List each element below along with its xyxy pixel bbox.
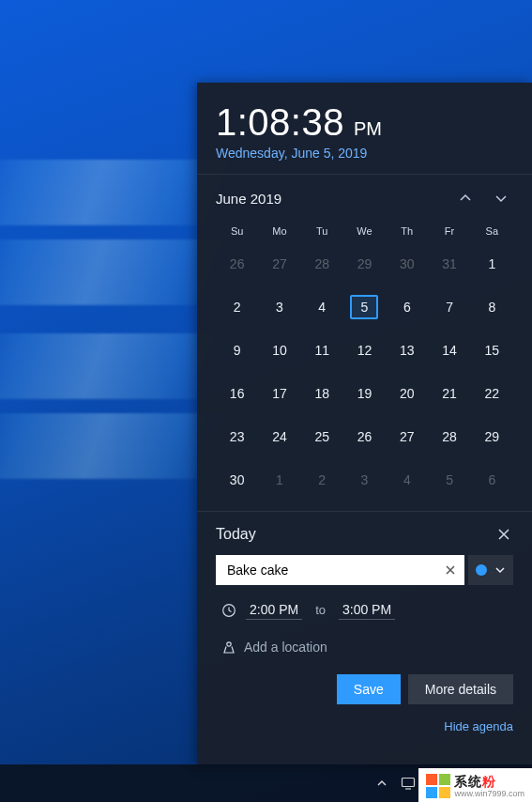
chevron-down-icon	[494, 192, 508, 205]
day-of-week-header: We	[343, 220, 386, 242]
clear-event-name-button[interactable]	[442, 563, 459, 578]
calendar-day[interactable]: 13	[386, 329, 428, 372]
calendar-day[interactable]: 5	[428, 458, 470, 501]
tray-overflow-button[interactable]	[373, 775, 390, 792]
calendar-day[interactable]: 6	[386, 285, 428, 329]
time-to-label: to	[315, 603, 326, 617]
location-icon	[216, 640, 242, 655]
calendar-day[interactable]: 25	[301, 415, 343, 458]
clock-ampm: PM	[354, 118, 382, 140]
save-button[interactable]: Save	[337, 674, 401, 704]
calendar-day[interactable]: 7	[428, 285, 470, 329]
calendar-day[interactable]: 26	[216, 242, 258, 285]
calendar-day[interactable]: 27	[258, 242, 300, 285]
calendar-day[interactable]: 29	[471, 415, 513, 458]
calendar-grid: SuMoTuWeThFrSa26272829303112345678910111…	[216, 220, 513, 501]
calendar-day[interactable]: 4	[301, 285, 343, 329]
calendar-day[interactable]: 4	[386, 458, 428, 501]
watermark: 系统粉 www.win7999.com	[418, 768, 532, 802]
event-name-input[interactable]	[225, 554, 442, 586]
clock-icon	[216, 603, 242, 618]
calendar-day[interactable]: 2	[216, 285, 258, 329]
day-of-week-header: Mo	[258, 220, 300, 242]
start-time-picker[interactable]: 2:00 PM	[246, 600, 302, 620]
next-month-button[interactable]	[489, 186, 513, 210]
event-location-row	[216, 635, 513, 659]
watermark-url: www.win7999.com	[454, 790, 524, 798]
hide-agenda-label: Hide agenda	[444, 719, 513, 733]
calendar-day[interactable]: 30	[386, 242, 428, 285]
calendar-day[interactable]: 28	[301, 242, 343, 285]
day-of-week-header: Sa	[471, 220, 513, 242]
watermark-text: 系统粉	[454, 775, 524, 788]
watermark-logo	[426, 774, 450, 798]
location-input[interactable]	[242, 639, 513, 655]
prev-month-button[interactable]	[453, 186, 478, 210]
calendar-day[interactable]: 14	[428, 329, 470, 372]
calendar-color-picker[interactable]	[468, 555, 513, 585]
calendar-day[interactable]: 20	[386, 372, 428, 415]
calendar-day[interactable]: 12	[343, 329, 386, 372]
hide-agenda-link[interactable]: Hide agenda	[197, 714, 532, 733]
calendar-day[interactable]: 15	[471, 329, 513, 372]
agenda-title: Today	[216, 526, 494, 543]
day-of-week-header: Su	[216, 220, 258, 242]
day-of-week-header: Tu	[301, 220, 343, 242]
calendar-day[interactable]: 2	[301, 458, 343, 501]
event-time-row: 2:00 PM to 3:00 PM	[216, 596, 513, 624]
calendar-day[interactable]: 21	[428, 372, 470, 415]
calendar-day[interactable]: 1	[471, 242, 513, 285]
chevron-down-icon	[494, 564, 506, 576]
close-icon	[498, 529, 509, 540]
calendar-day[interactable]: 16	[216, 372, 258, 415]
chevron-up-icon	[459, 192, 472, 205]
calendar-day[interactable]: 22	[471, 372, 513, 415]
wallpaper-logo-streaks	[0, 160, 188, 479]
calendar-day[interactable]: 11	[301, 329, 343, 372]
svg-rect-2	[403, 779, 415, 787]
calendar-day[interactable]: 27	[386, 415, 428, 458]
event-name-field-wrap	[216, 555, 464, 585]
month-label[interactable]: June 2019	[216, 191, 442, 207]
monitor-icon	[401, 777, 416, 790]
day-of-week-header: Fr	[428, 220, 470, 242]
calendar-day[interactable]: 23	[216, 415, 258, 458]
calendar-day[interactable]: 19	[343, 372, 386, 415]
calendar-day[interactable]: 1	[258, 458, 300, 501]
calendar-day[interactable]: 31	[428, 242, 470, 285]
calendar-day[interactable]: 30	[216, 458, 258, 501]
calendar-day[interactable]: 28	[428, 415, 470, 458]
calendar-day[interactable]: 17	[258, 372, 300, 415]
end-time-picker[interactable]: 3:00 PM	[339, 600, 395, 620]
agenda-section: Today 2:00 PM to 3:00 PM	[197, 512, 532, 714]
calendar-color-dot	[476, 564, 487, 576]
clock-time: 1:08:38	[216, 101, 344, 144]
calendar-day[interactable]: 6	[471, 458, 513, 501]
chevron-up-icon	[376, 778, 388, 789]
more-details-button[interactable]: More details	[408, 674, 513, 704]
calendar-day[interactable]: 8	[471, 285, 513, 329]
calendar-day[interactable]: 26	[343, 415, 386, 458]
calendar-day[interactable]: 24	[258, 415, 300, 458]
clock-date-link[interactable]: Wednesday, June 5, 2019	[216, 146, 513, 161]
clock-section: 1:08:38 PM Wednesday, June 5, 2019	[197, 83, 532, 174]
close-event-button[interactable]	[494, 525, 513, 544]
calendar-flyout: 1:08:38 PM Wednesday, June 5, 2019 June …	[197, 83, 532, 764]
calendar-day[interactable]: 5	[343, 285, 386, 329]
day-of-week-header: Th	[386, 220, 428, 242]
calendar-day[interactable]: 3	[343, 458, 386, 501]
calendar-day[interactable]: 9	[216, 329, 258, 372]
calendar-day[interactable]: 29	[343, 242, 386, 285]
calendar-day[interactable]: 10	[258, 329, 300, 372]
svg-point-1	[227, 642, 231, 646]
calendar-section: June 2019 SuMoTuWeThFrSa2627282930311234…	[197, 175, 532, 511]
calendar-day[interactable]: 18	[301, 372, 343, 415]
calendar-day[interactable]: 3	[258, 285, 300, 329]
clear-icon	[446, 565, 455, 575]
network-icon[interactable]	[400, 775, 417, 792]
